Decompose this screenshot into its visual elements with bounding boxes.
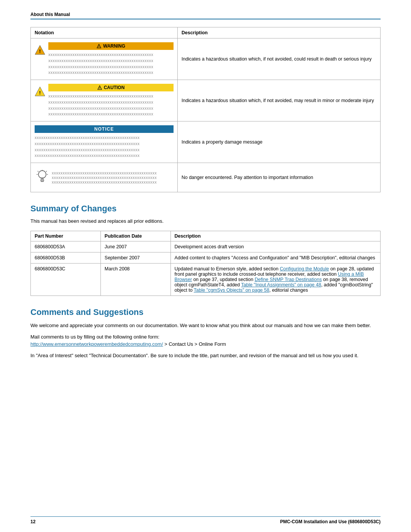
- tip-notation-cell: xxxxxxxxxxxxxxxxxxxxxxxxxxxxxxxxxxxxxxxx…: [31, 163, 178, 192]
- svg-text:!: !: [39, 48, 41, 54]
- link-input-assignments[interactable]: Table "Input Assignments" on page 48: [241, 282, 321, 288]
- change-desc: Added content to chapters "Access and Co…: [170, 252, 380, 264]
- top-header: About this Manual: [30, 11, 381, 19]
- emerson-link[interactable]: http://www.emersonnetworkpowerembeddedco…: [30, 341, 163, 347]
- table-row: 6806800D53A June 2007 Development acces …: [31, 241, 381, 252]
- caution-description: Indicates a hazardous situation which, i…: [177, 80, 380, 121]
- lightbulb-svg: [37, 169, 48, 184]
- table-row: 6806800D53B September 2007 Added content…: [31, 252, 381, 264]
- comments-section: Comments and Suggestions We welcome and …: [30, 307, 381, 359]
- col-description-header: Description: [177, 27, 380, 38]
- notice-content: xxxxxxxxxxxxxxxxxxxxxxxxxxxxxxxxxxxxxxxx…: [35, 135, 174, 159]
- warning-header-label: ! WARNING: [48, 42, 174, 50]
- contact-suffix: > Contact Us > Online Form: [164, 341, 226, 347]
- svg-rect-12: [41, 181, 43, 182]
- part-number: 6806800D53A: [31, 241, 101, 252]
- caution-header-label: ! CAUTION: [48, 84, 174, 91]
- svg-line-15: [46, 171, 47, 172]
- link-snmp-trap[interactable]: Define SNMP Trap Destinations: [255, 277, 322, 282]
- notice-header-label: NOTICE: [35, 125, 174, 133]
- pub-date: June 2007: [100, 241, 170, 252]
- tip-content: xxxxxxxxxxxxxxxxxxxxxxxxxxxxxxxxxxxxxxxx…: [52, 169, 172, 184]
- page-wrapper: About this Manual Notation Description !: [0, 0, 411, 532]
- summary-section: Summary of Changes This manual has been …: [30, 204, 381, 296]
- mail-prefix: Mail comments to us by filling out the f…: [30, 334, 159, 340]
- pub-date: March 2008: [100, 264, 170, 296]
- table-row: xxxxxxxxxxxxxxxxxxxxxxxxxxxxxxxxxxxxxxxx…: [31, 163, 381, 192]
- caution-label: CAUTION: [104, 85, 125, 90]
- warning-content: xxxxxxxxxxxxxxxxxxxxxxxxxxxxxxxxxxxxxxxx…: [48, 52, 174, 76]
- svg-text:!: !: [99, 45, 99, 48]
- col-desc-header: Description: [170, 231, 380, 241]
- notice-notation-cell: NOTICE xxxxxxxxxxxxxxxxxxxxxxxxxxxxxxxxx…: [31, 121, 178, 163]
- comments-para2: Mail comments to us by filling out the f…: [30, 333, 381, 348]
- link-cgmsys-objects[interactable]: Table "cgmSys Objects" on page 58: [194, 288, 269, 293]
- pub-date: September 2007: [100, 252, 170, 264]
- warning-label: WARNING: [103, 43, 125, 49]
- tip-description: No danger encountered. Pay attention to …: [177, 163, 380, 192]
- page-number: 12: [30, 519, 35, 524]
- warning-small-icon: !: [97, 44, 101, 48]
- col-date-header: Publication Date: [100, 231, 170, 241]
- changes-table: Part Number Publication Date Description…: [30, 231, 381, 296]
- caution-content: xxxxxxxxxxxxxxxxxxxxxxxxxxxxxxxxxxxxxxxx…: [48, 93, 174, 117]
- table-row: ! ! CAUTION: [31, 80, 381, 121]
- table-row: ! ! WARNING: [31, 38, 381, 80]
- notice-description: Indicates a property damage message: [177, 121, 380, 163]
- page-footer: 12 PMC-CGM Installation and Use (6806800…: [30, 516, 381, 524]
- change-desc-complex: Updated manual to Emerson style, added s…: [170, 264, 380, 296]
- caution-small-icon: !: [97, 85, 102, 90]
- warning-description: Indicates a hazardous situation which, i…: [177, 38, 380, 80]
- change-desc: Development acces draft version: [170, 241, 380, 252]
- warning-notation-cell: ! ! WARNING: [31, 38, 178, 80]
- svg-point-8: [38, 171, 46, 178]
- table-row: NOTICE xxxxxxxxxxxxxxxxxxxxxxxxxxxxxxxxx…: [31, 121, 381, 163]
- comments-title: Comments and Suggestions: [30, 307, 381, 317]
- part-number: 6806800D53C: [31, 264, 101, 296]
- svg-text:!: !: [99, 87, 100, 89]
- col-notation-header: Notation: [31, 27, 178, 38]
- svg-text:!: !: [39, 90, 41, 96]
- comments-para1: We welcome and appreciate your comments …: [30, 322, 381, 329]
- part-number: 6806800D53B: [31, 252, 101, 264]
- caution-notation-cell: ! ! CAUTION: [31, 80, 178, 121]
- tip-inner: xxxxxxxxxxxxxxxxxxxxxxxxxxxxxxxxxxxxxxxx…: [35, 167, 174, 188]
- table-row: 6806800D53C March 2008 Updated manual to…: [31, 264, 381, 296]
- notation-table: Notation Description !: [30, 27, 381, 192]
- warning-triangle-icon: !: [35, 45, 45, 55]
- summary-intro: This manual has been revised and replace…: [30, 218, 381, 224]
- col-part-header: Part Number: [31, 231, 101, 241]
- svg-line-14: [38, 171, 38, 172]
- caution-triangle-icon: !: [35, 86, 45, 97]
- link-configuring-module[interactable]: Configuring the Module: [280, 266, 329, 272]
- summary-title: Summary of Changes: [30, 204, 381, 214]
- doc-title: PMC-CGM Installation and Use (6806800D53…: [280, 519, 381, 524]
- lightbulb-icon: [37, 169, 48, 186]
- comments-para3: In "Area of Interest" select "Technical …: [30, 352, 381, 359]
- section-label: About this Manual: [30, 12, 70, 17]
